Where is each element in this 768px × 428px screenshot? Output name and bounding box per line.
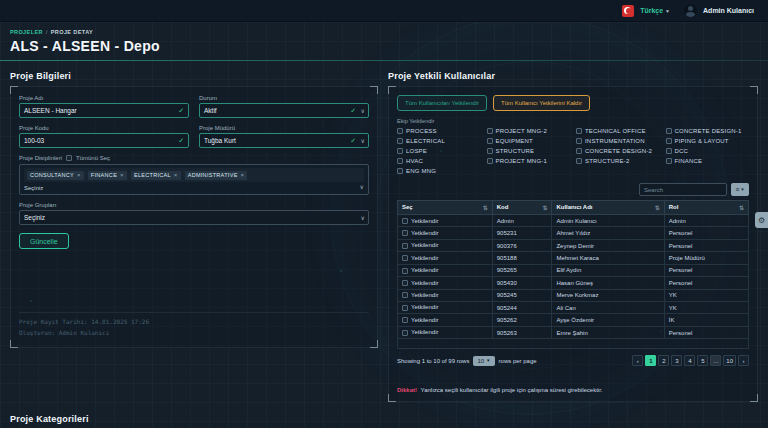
team-checkbox[interactable] xyxy=(576,158,582,164)
row-checkbox[interactable] xyxy=(402,280,408,286)
team-checkbox-item[interactable]: LOSPE xyxy=(397,148,481,154)
team-checkbox-item[interactable]: PROJECT MNG-2 xyxy=(487,128,571,134)
team-label: STRUCTURE xyxy=(496,148,535,154)
row-checkbox[interactable] xyxy=(402,230,408,236)
team-checkbox[interactable] xyxy=(397,158,403,164)
update-button[interactable]: Güncelle xyxy=(19,233,69,249)
revoke-all-button[interactable]: Tüm Kullanıcı Yetkilerini Kaldır xyxy=(493,95,590,111)
team-checkbox[interactable] xyxy=(576,138,582,144)
language-selector[interactable]: Türkçe ▼ xyxy=(640,7,670,14)
discipline-tag[interactable]: FINANCE × xyxy=(88,171,127,180)
team-checkbox-item[interactable]: STRUCTURE xyxy=(487,148,571,154)
team-checkbox-item[interactable]: PIPING & LAYOUT xyxy=(666,138,750,144)
row-checkbox[interactable] xyxy=(402,268,408,274)
team-checkbox[interactable] xyxy=(487,138,493,144)
team-checkbox[interactable] xyxy=(666,148,672,154)
page-button-4[interactable]: 4 xyxy=(684,355,695,366)
page-button-1[interactable]: 1 xyxy=(645,355,656,366)
table-row[interactable]: Yetkilendir 905430 Hasan Güneş Personel xyxy=(398,277,749,289)
table-row[interactable]: Yetkilendir 905231 Ahmet Yıldız Personel xyxy=(398,227,749,239)
groups-select[interactable]: Seçiniz ∨ xyxy=(19,210,369,225)
row-checkbox[interactable] xyxy=(402,305,408,311)
table-row[interactable]: Yetkilendir 905262 Ayşe Özdemir İK xyxy=(398,314,749,326)
team-checkbox[interactable] xyxy=(487,148,493,154)
team-checkbox[interactable] xyxy=(397,168,403,174)
table-row[interactable]: Yetkilendir 905263 Emre Şahin Personel xyxy=(398,326,749,338)
status-select[interactable]: Aktif ✓ ∨ xyxy=(199,103,369,118)
team-checkbox-item[interactable]: STRUCTURE-2 xyxy=(576,158,660,164)
page-button-5[interactable]: 5 xyxy=(697,355,708,366)
discipline-tag[interactable]: ELECTRICAL × xyxy=(131,171,181,180)
search-input[interactable] xyxy=(639,183,727,196)
table-settings-edge-button[interactable]: ⚙ xyxy=(755,212,768,228)
team-checkbox[interactable] xyxy=(666,158,672,164)
table-row[interactable]: Yetkilendir Admin Admin Kulanıcı Admin xyxy=(398,215,749,227)
page-ellipsis-button[interactable]: ... xyxy=(710,355,721,366)
select-all-checkbox[interactable] xyxy=(66,155,72,161)
team-checkbox-item[interactable]: HVAC xyxy=(397,158,481,164)
table-row[interactable]: Yetkilendir 905265 Elif Aydın Personel xyxy=(398,264,749,276)
discipline-tag[interactable]: ADMINISTRATIVE × xyxy=(185,171,248,180)
prev-page-button[interactable]: ‹ xyxy=(632,355,643,366)
team-checkbox-item[interactable]: CONCRETE DESIGN-1 xyxy=(666,128,750,134)
team-checkbox[interactable] xyxy=(397,128,403,134)
page-button-10[interactable]: 10 xyxy=(723,355,736,366)
team-checkbox[interactable] xyxy=(487,158,493,164)
team-checkbox[interactable] xyxy=(666,128,672,134)
team-checkbox-item[interactable]: PROJECT MNG-1 xyxy=(487,158,571,164)
remove-tag-icon[interactable]: × xyxy=(120,172,124,178)
remove-tag-icon[interactable]: × xyxy=(241,172,245,178)
team-checkbox[interactable] xyxy=(487,128,493,134)
team-checkbox-item[interactable]: ENG MNG xyxy=(397,168,481,174)
categories-section: Proje Kategorileri Dikkat! Proje Kategor… xyxy=(10,414,758,428)
team-checkbox[interactable] xyxy=(576,128,582,134)
team-checkbox[interactable] xyxy=(666,138,672,144)
team-checkbox-item[interactable]: PROCESS xyxy=(397,128,481,134)
sort-icon[interactable]: ⇅ xyxy=(739,204,744,211)
row-checkbox[interactable] xyxy=(402,330,408,336)
corner-decoration xyxy=(10,340,18,348)
header-rol[interactable]: Rol⇅ xyxy=(664,201,748,215)
next-page-button[interactable]: › xyxy=(738,355,749,366)
page-button-3[interactable]: 3 xyxy=(671,355,682,366)
page-button-2[interactable]: 2 xyxy=(658,355,669,366)
sort-icon[interactable]: ⇅ xyxy=(655,204,660,211)
avatar[interactable] xyxy=(684,4,697,17)
row-checkbox[interactable] xyxy=(402,292,408,298)
authorize-all-button[interactable]: Tüm Kullanıcıları Yetkilendir xyxy=(397,95,487,111)
team-checkbox-item[interactable]: DCC xyxy=(666,148,750,154)
project-manager-select[interactable]: Tuğba Kurt ✓ ∨ xyxy=(199,133,369,148)
header-kullanici-adi[interactable]: Kullanıcı Adı⇅ xyxy=(552,201,664,215)
team-checkbox-item[interactable]: CONCRETE DESIGN-2 xyxy=(576,148,660,154)
project-name-input[interactable]: ALSEEN - Hangar ✓ xyxy=(19,103,189,118)
discipline-tag[interactable]: CONSULTANCY × xyxy=(27,171,84,180)
project-code-input[interactable]: 100-03 ✓ xyxy=(19,133,189,148)
remove-tag-icon[interactable]: × xyxy=(174,172,178,178)
team-checkbox[interactable] xyxy=(397,138,403,144)
row-checkbox[interactable] xyxy=(402,255,408,261)
user-name: Admin Kulanıcı xyxy=(703,7,754,14)
team-checkbox-item[interactable]: TECHNICAL OFFICE xyxy=(576,128,660,134)
column-settings-button[interactable]: ≡▼ xyxy=(731,183,749,196)
row-checkbox[interactable] xyxy=(402,218,408,224)
table-row[interactable]: Yetkilendir 905188 Mehmet Karaca Proje M… xyxy=(398,252,749,264)
row-checkbox[interactable] xyxy=(402,317,408,323)
sort-icon[interactable]: ⇅ xyxy=(542,204,547,211)
sort-icon[interactable]: ⇅ xyxy=(483,204,488,211)
page-size-selector[interactable]: 10 ▼ xyxy=(473,356,494,366)
disciplines-multiselect[interactable]: CONSULTANCY × FINANCE × ELECTRICAL × A xyxy=(19,164,369,195)
table-row[interactable]: Yetkilendir 900376 Zeynep Demir Personel xyxy=(398,239,749,251)
team-checkbox-item[interactable]: FINANCE xyxy=(666,158,750,164)
remove-tag-icon[interactable]: × xyxy=(77,172,81,178)
table-row[interactable]: Yetkilendir 905245 Merve Korkmaz YK xyxy=(398,289,749,301)
team-checkbox-item[interactable]: ELECTRICAL xyxy=(397,138,481,144)
row-checkbox[interactable] xyxy=(402,243,408,249)
breadcrumb-projects-link[interactable]: PROJELER xyxy=(10,29,43,35)
team-checkbox-item[interactable]: EQUIPMENT xyxy=(487,138,571,144)
team-checkbox-item[interactable]: INSTRUMENTATION xyxy=(576,138,660,144)
table-row[interactable]: Yetkilendir 905244 Ali Can YK xyxy=(398,301,749,313)
header-sec[interactable]: Seç⇅ xyxy=(398,201,493,215)
team-checkbox[interactable] xyxy=(576,148,582,154)
team-checkbox[interactable] xyxy=(397,148,403,154)
header-kod[interactable]: Kod⇅ xyxy=(492,201,552,215)
